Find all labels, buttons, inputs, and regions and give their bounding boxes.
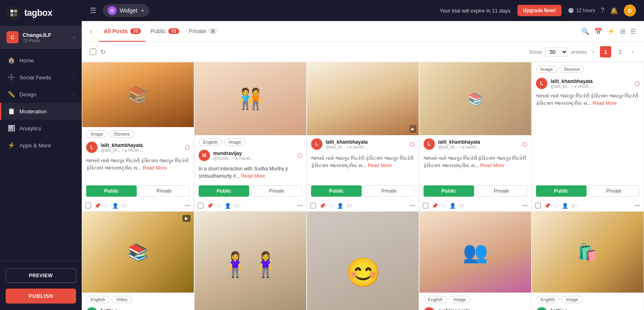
select-all-checkbox[interactable] <box>90 49 96 55</box>
label-icon[interactable]: 🏷 <box>122 203 127 209</box>
pin-icon[interactable]: 📌 <box>432 203 438 209</box>
label-icon[interactable]: 🏷 <box>234 203 239 209</box>
star-icon[interactable]: ☆ <box>104 203 109 209</box>
list-view-icon[interactable]: ☰ <box>630 28 636 35</box>
post-5-checkbox-row: 📌 ☆ 👤 🏷 ••• <box>532 200 644 211</box>
post-checkbox[interactable] <box>535 203 541 208</box>
star-icon[interactable]: ☆ <box>441 203 446 209</box>
more-options-icon[interactable]: ••• <box>634 202 640 209</box>
grid-controls: ↻ Show 50 25 100 entries ‹ 1 2 › <box>82 42 644 62</box>
pin-icon[interactable]: 📌 <box>544 203 551 209</box>
more-options-icon[interactable]: ••• <box>297 202 303 209</box>
private-button[interactable]: Private <box>476 185 527 197</box>
widget-selector[interactable]: ⊞ Widget ▼ <box>103 4 149 17</box>
pin-icon[interactable]: 📌 <box>94 203 101 209</box>
post-image-10: 🛍️ <box>532 212 644 293</box>
pin-icon[interactable]: 📌 <box>207 203 213 209</box>
sidebar-item-apps-more[interactable]: ⚡ Apps & More <box>0 137 82 154</box>
public-button[interactable]: Public <box>536 185 587 197</box>
sidebar-item-moderation[interactable]: 📋 Moderation <box>0 103 82 120</box>
tag-image: Image <box>86 130 108 138</box>
sidebar-item-design[interactable]: ✏️ Design › <box>0 86 82 103</box>
label-icon[interactable]: 🏷 <box>572 203 577 209</box>
read-more-link[interactable]: Read More <box>480 163 504 168</box>
post-checkbox[interactable] <box>85 203 91 208</box>
tab-all-posts[interactable]: All Posts 73 <box>99 21 146 42</box>
user-tag-icon[interactable]: 👤 <box>112 203 119 209</box>
post-1-author: L lalit_khambhayata @lalit_kh... • a mon… <box>82 139 194 155</box>
grid-view-icon[interactable]: ⊞ <box>620 28 625 35</box>
public-button[interactable]: Public <box>86 185 137 197</box>
post-image-8: 😊 <box>307 212 419 310</box>
user-avatar[interactable]: D <box>624 4 636 17</box>
author-name: hattie.e <box>551 308 631 310</box>
star-icon[interactable]: ☆ <box>554 203 559 209</box>
tab-private[interactable]: Private 0 <box>184 21 222 42</box>
tab-back-icon[interactable]: ‹ <box>90 27 92 36</box>
pin-icon[interactable]: 📌 <box>319 203 326 209</box>
public-button[interactable]: Public <box>199 185 249 197</box>
post-checkbox[interactable] <box>423 203 428 208</box>
read-more-link[interactable]: Read More <box>368 163 392 168</box>
sidebar-item-social-feeds[interactable]: ➕ Social Feeds › <box>0 69 82 86</box>
author-info: mundravijay @mundr... • a month... <box>213 151 294 161</box>
notification-icon[interactable]: 🔔 <box>610 7 618 15</box>
sidebar-item-analytics[interactable]: 📊 Analytics <box>0 120 82 137</box>
page-1-button[interactable]: 1 <box>600 46 611 57</box>
filter-icon[interactable]: ⚡ <box>607 28 615 35</box>
sidebar-item-label: Apps & More <box>19 142 51 149</box>
workspace-selector[interactable]: C ChangeJLF 73 Posts › <box>0 26 82 49</box>
post-checkbox[interactable] <box>198 203 203 208</box>
private-button[interactable]: Private <box>138 185 190 197</box>
read-more-link[interactable]: Read More <box>241 173 265 179</box>
public-button[interactable]: Public <box>424 185 474 197</box>
more-options-icon[interactable]: ••• <box>522 202 528 209</box>
author-name: ruchiraagupta <box>438 308 519 310</box>
user-tag-icon[interactable]: 👤 <box>337 203 343 209</box>
author-info: hattie.e @hattie.e • 2 month... <box>551 308 631 310</box>
post-image-1: 📚 <box>82 62 194 127</box>
sidebar-item-home[interactable]: 🏠 Home <box>0 52 82 69</box>
tab-public[interactable]: Public 73 <box>146 21 184 42</box>
post-checkbox[interactable] <box>310 203 316 208</box>
label-icon[interactable]: 🏷 <box>459 203 464 209</box>
private-button[interactable]: Private <box>363 185 415 197</box>
user-tag-icon[interactable]: 👤 <box>225 203 231 209</box>
public-button[interactable]: Public <box>311 185 362 197</box>
private-button[interactable]: Private <box>251 185 302 197</box>
user-tag-icon[interactable]: 👤 <box>562 203 568 209</box>
more-options-icon[interactable]: ••• <box>184 202 191 209</box>
author-handle: @lalit_kh... • a month ... <box>326 145 407 149</box>
tag-slovene: Slovene <box>559 66 585 73</box>
read-more-link[interactable]: Read More <box>593 100 616 106</box>
tag-image: Image <box>224 138 246 146</box>
page-2-button[interactable]: 2 <box>614 46 626 57</box>
post-4-author: L lalit_khambhayata @lalit_kh... • a mon… <box>419 135 531 153</box>
chevron-right-icon: › <box>73 75 74 80</box>
instagram-icon: ⬡ <box>635 80 640 87</box>
label-icon[interactable]: 🏷 <box>347 203 352 209</box>
prev-page-button[interactable]: ‹ <box>590 48 597 56</box>
read-more-link[interactable]: Read More <box>143 165 167 171</box>
time-text: 12 hours <box>576 8 595 13</box>
private-button[interactable]: Private <box>588 185 640 197</box>
post-image-4: 📚 <box>419 62 531 135</box>
user-tag-icon[interactable]: 👤 <box>449 203 456 209</box>
next-page-button[interactable]: › <box>629 48 636 56</box>
post-1-tags: Image Slovene <box>82 127 194 139</box>
publish-button[interactable]: PUBLISH <box>6 289 76 304</box>
star-icon[interactable]: ☆ <box>216 203 221 209</box>
per-page-select[interactable]: 50 25 100 <box>545 47 568 57</box>
preview-button[interactable]: PREVIEW <box>6 268 76 283</box>
search-icon[interactable]: 🔍 <box>581 28 589 35</box>
workspace-posts: 73 Posts <box>23 38 74 43</box>
calendar-icon[interactable]: 📅 <box>594 28 602 35</box>
more-options-icon[interactable]: ••• <box>409 202 415 209</box>
post-2-text: In a short interaction with Sudha Murthy… <box>195 163 306 182</box>
refresh-icon[interactable]: ↻ <box>100 48 106 56</box>
star-icon[interactable]: ☆ <box>329 203 334 209</box>
hamburger-icon[interactable]: ☰ <box>90 6 96 15</box>
chevron-right-icon: › <box>73 92 74 97</box>
upgrade-button[interactable]: Upgrade Now! <box>517 5 561 16</box>
help-icon[interactable]: ? <box>601 7 604 14</box>
